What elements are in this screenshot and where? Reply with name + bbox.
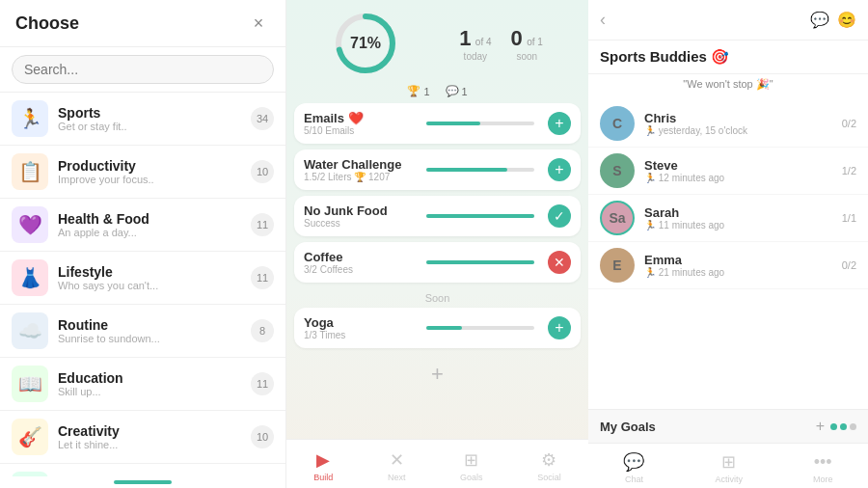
chat-info: Sarah 🏃 11 minutes ago <box>644 205 842 230</box>
right-nav-activity[interactable]: ⊞ Activity <box>715 451 743 484</box>
goal-action-add[interactable]: + <box>548 158 571 181</box>
category-icon: 👗 <box>12 259 48 296</box>
add-goal-center-button[interactable]: + <box>294 354 581 394</box>
right-nav-chat[interactable]: 💬 Chat <box>623 451 644 484</box>
chat-count: 1/1 <box>842 212 856 224</box>
category-name: Productivity <box>58 158 251 174</box>
category-count: 11 <box>251 213 274 236</box>
goal-progress-fill <box>426 260 535 264</box>
category-icon: 🏃 <box>12 100 48 137</box>
goal-action-add[interactable]: + <box>548 316 571 339</box>
stat-number: 0 <box>511 26 523 50</box>
goal-progress-fill <box>426 122 480 125</box>
category-item-creativity[interactable]: 🎸 Creativity Let it shine... 10 <box>0 411 285 464</box>
r-nav-icon: 💬 <box>623 451 644 473</box>
r-nav-label: Chat <box>625 474 643 484</box>
nav-icon: ✕ <box>390 449 404 471</box>
soon-label: Soon <box>294 288 581 308</box>
circle-percent: 71% <box>350 35 381 52</box>
row-icon: 💬 <box>446 85 459 97</box>
nav-label: Next <box>388 473 406 482</box>
category-item-productivity[interactable]: 📋 Productivity Improve your focus.. 10 <box>0 146 285 199</box>
category-icon: 📋 <box>12 153 48 190</box>
goal-item: Emails ❤️ 5/10 Emails + <box>294 103 581 144</box>
goal-progress-bar <box>426 326 535 330</box>
chat-count: 0/2 <box>842 259 856 271</box>
category-sub: An apple a day... <box>58 227 251 238</box>
chat-avatar: C <box>600 106 635 141</box>
emoji-icon[interactable]: 😊 <box>837 11 856 29</box>
icon-row-item: 💬1 <box>446 85 468 97</box>
circle-progress: 71% <box>332 10 399 77</box>
category-sub: Sunrise to sundown... <box>58 333 251 344</box>
goals-list: Emails ❤️ 5/10 Emails + Water Challenge … <box>286 103 588 439</box>
chat-messages: C Chris 🏃 yesterday, 15 o'clock 0/2 S St… <box>588 95 868 409</box>
search-bar <box>0 47 285 93</box>
chat-title-row: Sports Buddies 🎯 <box>588 41 868 74</box>
goal-sub: Success <box>304 218 413 229</box>
category-count: 10 <box>251 160 274 183</box>
header-actions: 💬 😊 <box>810 11 856 29</box>
stat-item: 0 of 1 soon <box>511 26 543 62</box>
bottom-nav: ▶ Build ✕ Next ⊞ Goals ⚙ Social <box>286 439 588 488</box>
panel-title: Choose <box>15 14 79 34</box>
chat-row-steve[interactable]: S Steve 🏃 12 minutes ago 1/2 <box>588 148 868 195</box>
chat-name: Steve <box>644 158 842 173</box>
dots-indicator <box>830 423 856 430</box>
chat-row-sarah[interactable]: Sa Sarah 🏃 11 minutes ago 1/1 <box>588 195 868 242</box>
goal-name: Emails ❤️ <box>304 111 413 125</box>
nav-item-next[interactable]: ✕ Next <box>380 447 414 484</box>
category-item-education[interactable]: 📖 Education Skill up... 11 <box>0 358 285 411</box>
stat-of: of 4 <box>475 37 492 47</box>
search-input[interactable] <box>12 55 274 84</box>
goal-sub: 1/3 Times <box>304 330 413 340</box>
chat-row-chris[interactable]: C Chris 🏃 yesterday, 15 o'clock 0/2 <box>588 100 868 148</box>
goal-action-add[interactable]: + <box>548 112 571 135</box>
goal-action-cancel[interactable]: ✕ <box>548 251 571 274</box>
chat-info: Steve 🏃 12 minutes ago <box>644 158 842 183</box>
category-item-lifestyle[interactable]: 👗 Lifestyle Who says you can't... 11 <box>0 252 285 305</box>
goal-info: Emails ❤️ 5/10 Emails <box>304 111 413 136</box>
category-icon: 📖 <box>12 366 48 402</box>
category-icon: 🎸 <box>12 419 48 455</box>
back-button[interactable]: ‹ <box>600 10 606 30</box>
right-header: ‹ 💬 😊 <box>588 0 868 41</box>
goal-action-check[interactable]: ✓ <box>548 204 571 228</box>
category-item-sports[interactable]: 🏃 Sports Get or stay fit.. 34 <box>0 93 285 146</box>
chat-name: Sarah <box>644 205 842 220</box>
chat-avatar: S <box>600 153 635 188</box>
category-count: 11 <box>251 372 274 395</box>
right-nav-more[interactable]: ••• More <box>813 452 833 484</box>
chat-row-emma[interactable]: E Emma 🏃 21 minutes ago 0/2 <box>588 242 868 289</box>
nav-item-social[interactable]: ⚙ Social <box>529 447 569 484</box>
category-sub: Who says you can't... <box>58 280 251 291</box>
goal-name: No Junk Food <box>304 203 413 218</box>
chat-icon[interactable]: 💬 <box>810 11 829 29</box>
goal-info: Water Challenge 1.5/2 Liters 🏆 1207 <box>304 157 413 182</box>
goal-sub: 5/10 Emails <box>304 125 413 136</box>
left-panel: Choose × 🏃 Sports Get or stay fit.. 34 📋… <box>0 0 286 488</box>
goal-name: Yoga <box>304 315 413 330</box>
goal-sub: 1.5/2 Liters 🏆 1207 <box>304 172 413 182</box>
goal-item: No Junk Food Success ✓ <box>294 196 581 236</box>
nav-label: Build <box>313 473 333 482</box>
icon-count: 1 <box>462 86 468 97</box>
r-nav-icon: ⊞ <box>721 451 736 473</box>
my-goals-label: My Goals <box>600 420 810 434</box>
stats-box: 1 of 4 today 0 of 1 soon <box>459 26 543 62</box>
close-button[interactable]: × <box>247 12 270 35</box>
chat-avatar: Sa <box>600 201 635 235</box>
goal-sub: 3/2 Coffees <box>304 264 413 275</box>
category-item-health[interactable]: 💜 Health & Food An apple a day... 11 <box>0 199 285 252</box>
dot-2 <box>840 423 847 430</box>
category-list: 🏃 Sports Get or stay fit.. 34 📋 Producti… <box>0 93 285 476</box>
nav-item-goals[interactable]: ⊞ Goals <box>452 447 491 484</box>
category-name: Routine <box>58 317 251 333</box>
category-item-household[interactable]: 🌵 Household Shiny and clean... 14 <box>0 464 285 476</box>
category-item-routine[interactable]: ☁️ Routine Sunrise to sundown... 8 <box>0 305 285 358</box>
my-goals-bar: My Goals + <box>588 409 868 443</box>
category-name: Education <box>58 370 251 386</box>
icon-count: 1 <box>423 86 429 97</box>
nav-item-build[interactable]: ▶ Build <box>306 447 340 484</box>
add-goal-button[interactable]: + <box>816 418 825 435</box>
